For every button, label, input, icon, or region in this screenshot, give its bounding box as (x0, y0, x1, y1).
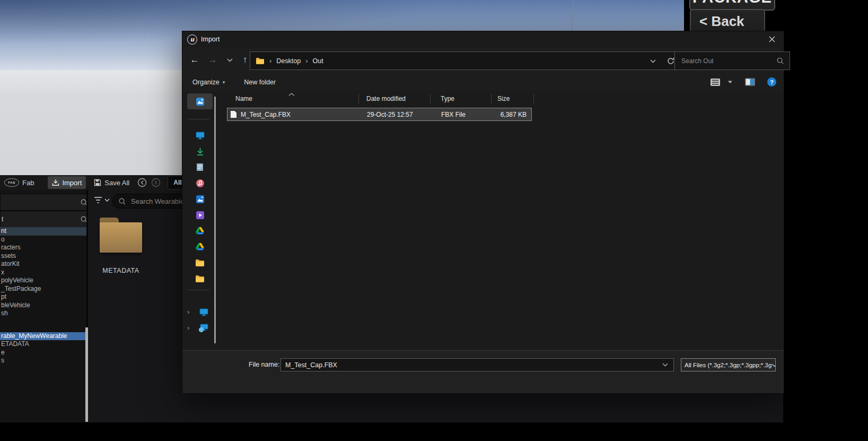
file-row-selected[interactable]: M_Test_Cap.FBX 29-Oct-25 12:57 FBX File … (227, 108, 532, 121)
nav-forward-button[interactable]: → (205, 55, 221, 65)
file-type: FBX File (441, 111, 466, 118)
recent-locations-chevron-icon[interactable] (227, 58, 233, 62)
chevron-down-icon[interactable] (104, 198, 110, 202)
new-folder-label: New folder (244, 79, 276, 86)
tree-item[interactable]: polyVehicle (0, 276, 86, 285)
tree-item[interactable]: _TestPackage (0, 285, 86, 293)
sort-ascending-icon (288, 93, 295, 96)
sidebar-item-videos[interactable] (187, 208, 213, 222)
tree-item[interactable]: ssets (0, 252, 86, 261)
sidebar-item-downloads[interactable] (187, 144, 213, 158)
sidebar-item-gallery[interactable] (187, 93, 213, 109)
file-name-input[interactable] (280, 358, 674, 371)
downloads-icon (196, 147, 205, 156)
ue-import-button[interactable]: Import (48, 176, 86, 189)
organize-button[interactable]: Organize ▾ (192, 79, 225, 86)
sidebar-item-folder[interactable] (187, 272, 213, 286)
tree-item[interactable]: s (0, 357, 86, 365)
file-type-dropdown[interactable]: All Files (*.3g2;*.3gp;*.3gpp;*.3g (681, 358, 776, 371)
sidebar-item-folder[interactable] (187, 256, 213, 270)
folder-icon (100, 222, 142, 253)
fab-logo-icon: FAB (4, 178, 19, 187)
address-dropdown-chevron-icon[interactable] (650, 59, 656, 63)
breadcrumb-separator-icon: › (269, 57, 271, 65)
sidebar-item-this-pc[interactable] (191, 305, 216, 319)
folder-label: METADATA (78, 267, 163, 274)
expand-chevron-icon[interactable]: › (187, 324, 189, 332)
nav-back-circle-button[interactable] (137, 177, 147, 188)
sidebar-scrollbar[interactable] (214, 97, 216, 343)
dialog-search-input[interactable] (680, 57, 762, 65)
nav-back-button[interactable]: ← (187, 55, 203, 65)
new-folder-button[interactable]: New folder (244, 79, 276, 86)
ue-import-label: Import (62, 179, 82, 187)
videos-icon (196, 211, 205, 220)
details-view-icon[interactable] (710, 78, 721, 87)
outliner-search-field[interactable] (0, 194, 93, 211)
dialog-search-box[interactable] (674, 51, 790, 70)
fab-button[interactable]: FAB Fab (4, 178, 34, 187)
tree-item[interactable]: e (0, 349, 86, 357)
google-drive-icon (196, 243, 204, 250)
column-divider[interactable] (491, 94, 492, 103)
close-button[interactable] (760, 31, 784, 47)
save-icon (94, 179, 101, 186)
fab-label: Fab (22, 179, 34, 187)
address-bar[interactable]: › Desktop › Out (250, 51, 681, 70)
preview-pane-icon[interactable] (745, 78, 755, 86)
tree-item[interactable]: bleVehicle (0, 301, 86, 310)
tree-item[interactable]: ETADATA (0, 340, 86, 349)
sidebar-item-documents[interactable] (187, 160, 213, 174)
sidebar-item-pictures[interactable] (187, 192, 213, 206)
nav-forward-circle-button[interactable] (151, 177, 161, 188)
sidebar-item-google-drive[interactable] (187, 224, 213, 238)
tree-item[interactable]: o (0, 236, 86, 244)
metadata-folder-tile[interactable] (100, 218, 142, 253)
column-divider[interactable] (358, 94, 359, 103)
package-button-label: PACKAGE (692, 0, 772, 6)
expand-chevron-icon[interactable]: › (187, 308, 189, 316)
tree-item[interactable]: atorKit (0, 260, 86, 269)
tree-item-selected[interactable]: rable_MyNewWearable (0, 332, 86, 341)
refresh-icon[interactable] (667, 57, 675, 65)
tree-item[interactable]: pt (0, 293, 86, 301)
desktop-icon (196, 132, 205, 140)
file-name-dropdown-chevron-icon[interactable] (662, 362, 668, 367)
tree-item[interactable]: racters (0, 244, 86, 252)
dialog-footer: File name: All Files (*.3g2;*.3gp;*.3gpp… (182, 350, 784, 393)
back-button[interactable]: < Back (690, 9, 765, 33)
breadcrumb-root[interactable]: All (173, 179, 181, 186)
column-divider[interactable] (430, 94, 431, 103)
breadcrumb-desktop[interactable]: Desktop (276, 57, 301, 65)
sidebar-item-google-drive[interactable] (187, 240, 213, 254)
ue-outliner-panel: t nt o racters ssets atorKit x polyVehic… (0, 190, 86, 422)
tree-item[interactable]: x (0, 269, 86, 277)
column-header-type[interactable]: Type (441, 93, 454, 105)
column-header-size[interactable]: Size (497, 93, 510, 105)
sidebar-item-desktop[interactable] (187, 128, 213, 142)
save-all-button[interactable]: Save All (94, 179, 129, 187)
paths-search-field[interactable]: t (0, 211, 93, 228)
breadcrumb-out[interactable]: Out (313, 57, 323, 65)
file-date-modified: 29-Oct-25 12:57 (367, 111, 413, 118)
sidebar-separator (187, 119, 209, 119)
dialog-titlebar[interactable]: u Import (182, 31, 784, 47)
tree-spacer (0, 318, 86, 332)
column-header-date[interactable]: Date modified (366, 93, 406, 105)
tree-item[interactable]: sh (0, 309, 86, 318)
screen: PACKAGE < Back FAB Fab Import (0, 0, 868, 441)
column-header-name[interactable]: Name (235, 93, 252, 105)
tree-item[interactable]: nt (0, 227, 86, 236)
import-dialog: u Import ← → ↑ › Desktop › (182, 31, 784, 394)
sidebar-item-network[interactable] (191, 321, 216, 335)
breadcrumb-separator-icon: › (305, 57, 308, 65)
file-type-value: All Files (*.3g2;*.3gp;*.3gpp;*.3g (685, 362, 771, 368)
help-button[interactable]: ? (767, 77, 776, 87)
sidebar-item-music[interactable] (187, 176, 213, 190)
file-size: 6,387 KB (492, 111, 527, 118)
view-options-caret-icon[interactable] (727, 80, 733, 84)
column-divider[interactable] (533, 94, 534, 103)
filter-icon[interactable] (93, 195, 103, 205)
file-name: M_Test_Cap.FBX (241, 111, 291, 118)
outliner-scrollbar[interactable] (85, 327, 88, 422)
